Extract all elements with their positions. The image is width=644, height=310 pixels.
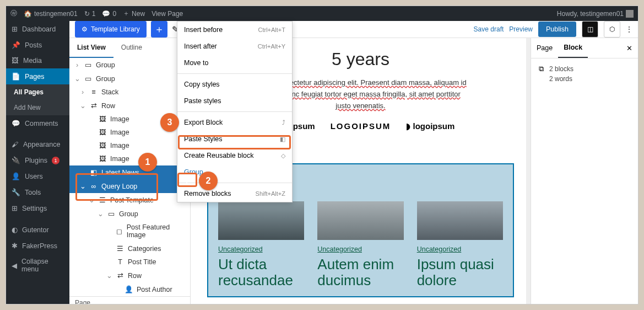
list-view-panel: List View Outline ›▭Group ⌄▭Group ›≡Stac… <box>69 38 191 304</box>
annotation-circle-2: 2 <box>199 172 218 190</box>
wp-logo[interactable]: ⓦ <box>10 9 17 18</box>
menu-paste-styles-2[interactable]: Paste Styles◧ <box>177 131 292 147</box>
publish-button[interactable]: Publish <box>538 22 576 37</box>
post-image <box>317 201 403 240</box>
canvas-scrollbar[interactable] <box>526 38 531 304</box>
annotation-circle-3: 3 <box>160 113 179 132</box>
save-draft[interactable]: Save draft <box>474 25 504 33</box>
sidebar-pages[interactable]: 📄 Pages <box>6 68 69 84</box>
sidebar-comments[interactable]: 💬 Comments <box>6 115 69 131</box>
post-card[interactable]: Uncategorized Ut dicta recusandae <box>218 201 304 288</box>
menu-insert-after[interactable]: Insert afterCtrl+Alt+Y <box>177 38 292 55</box>
add-block-button[interactable]: ＋ <box>151 21 167 38</box>
tab-page[interactable]: Page <box>531 39 558 57</box>
viewpage-link[interactable]: View Page <box>151 10 183 18</box>
post-card[interactable]: Uncategorized Autem enim ducimus <box>317 201 403 288</box>
menu-export-block[interactable]: Export Block⤴ <box>177 114 292 131</box>
menu-insert-before[interactable]: Insert beforeCtrl+Alt+T <box>177 22 292 38</box>
settings-panel-toggle[interactable]: ◫ <box>582 21 598 38</box>
sidebar-plugins[interactable]: 🔌 Plugins 1 <box>6 152 69 168</box>
post-card[interactable]: Uncategorized Ipsum quasi dolore <box>417 201 503 288</box>
block-count: 2 blocks <box>549 65 573 73</box>
tree-categories[interactable]: ☰Categories <box>69 242 190 255</box>
block-tree: ›▭Group ⌄▭Group ›≡Stack ⌄⇄Row 🖼Image 🖼Im… <box>69 58 190 296</box>
tree-post-title[interactable]: TPost Title <box>69 255 190 269</box>
admin-sidebar: ⊞ Dashboard 📌 Posts 🖾 Media 📄 Pages All … <box>6 21 69 304</box>
sidebar-gutentor[interactable]: ◐ Gutentor <box>6 222 69 238</box>
menu-group[interactable]: Group <box>177 164 292 180</box>
new-link[interactable]: ＋ New <box>123 9 145 18</box>
more-options[interactable]: ⋮ <box>626 25 632 33</box>
tree-post-template[interactable]: ⌄☰Post Template <box>69 193 190 207</box>
post-image <box>218 201 304 240</box>
sidebar-allpages[interactable]: All Pages <box>6 84 69 100</box>
sidebar-settings[interactable]: ⊞ Settings <box>6 200 69 216</box>
tree-row[interactable]: ⌄⇄Row <box>69 269 190 282</box>
post-category[interactable]: Uncategorized <box>417 245 503 253</box>
tab-outline[interactable]: Outline <box>113 38 150 58</box>
editor-toolbar: ⚙ Template Library ＋ ✎ Save draft Previe… <box>69 21 638 38</box>
tree-query-loop[interactable]: ⌄∞Query Loop <box>69 179 190 193</box>
close-panel[interactable]: ✕ <box>621 39 638 58</box>
tab-block[interactable]: Block <box>558 38 588 58</box>
settings-panel: Page Block ✕ ⧉ 2 blocks 2 words <box>531 38 638 304</box>
updates-link[interactable]: ↻ 1 <box>84 10 96 18</box>
sidebar-addnew[interactable]: Add New <box>6 100 69 115</box>
tree-group[interactable]: ⌄▭Group <box>69 207 190 221</box>
menu-paste-styles[interactable]: Paste styles <box>177 93 292 109</box>
tree-latest-news[interactable]: ◧Latest News <box>69 165 190 179</box>
menu-create-reusable[interactable]: Create Reusable block◇ <box>177 147 292 164</box>
sidebar-collapse[interactable]: ◀ Collapse menu <box>6 254 69 277</box>
comments-link[interactable]: 💬 0 <box>102 10 116 18</box>
adminbar: ⓦ 🏠 testingemen01 ↻ 1 💬 0 ＋ New View Pag… <box>6 6 638 21</box>
tree-group[interactable]: ›▭Group <box>69 58 190 72</box>
logo-2: LOGOIPSUM <box>331 121 391 131</box>
tree-featured-image[interactable]: ◻Post Featured Image <box>69 221 190 242</box>
tree-image[interactable]: 🖼Image <box>69 152 190 165</box>
sidebar-fakerpress[interactable]: ✱ FakerPress <box>6 238 69 254</box>
post-image <box>417 201 503 240</box>
listview-footer: Page <box>69 296 190 304</box>
word-count: 2 words <box>549 75 573 83</box>
template-library-button[interactable]: ⚙ Template Library <box>75 21 147 38</box>
post-title[interactable]: Ut dicta recusandae <box>218 256 304 288</box>
tree-stack[interactable]: ›≡Stack <box>69 85 190 99</box>
sidebar-media[interactable]: 🖾 Media <box>6 53 69 68</box>
gear-button[interactable]: ⬡ <box>604 21 620 38</box>
logo-3: ◗ logoipsum <box>406 121 454 131</box>
sidebar-tools[interactable]: 🔧 Tools <box>6 184 69 200</box>
block-options-button[interactable]: ⋮ <box>182 174 191 185</box>
sidebar-users[interactable]: 👤 Users <box>6 168 69 184</box>
sidebar-appearance[interactable]: 🖌 Appearance <box>6 137 69 152</box>
post-category[interactable]: Uncategorized <box>317 245 403 253</box>
list-tabs: List View Outline <box>69 38 190 58</box>
howdy[interactable]: Howdy, testingemen01 <box>557 10 634 18</box>
site-link[interactable]: 🏠 testingemen01 <box>24 10 78 18</box>
copy-icon: ⧉ <box>539 65 544 83</box>
menu-move-to[interactable]: Move to <box>177 55 292 71</box>
tree-post-author[interactable]: 👤Post Author <box>69 282 190 296</box>
block-context-menu: Insert beforeCtrl+Alt+T Insert afterCtrl… <box>177 21 293 202</box>
sidebar-posts[interactable]: 📌 Posts <box>6 37 69 53</box>
tree-image[interactable]: 🖼Image <box>69 139 190 152</box>
annotation-circle-1: 1 <box>138 153 157 172</box>
menu-remove-blocks[interactable]: Remove blocksShift+Alt+Z <box>177 185 292 202</box>
preview[interactable]: Preview <box>509 25 533 33</box>
tree-group[interactable]: ⌄▭Group <box>69 72 190 85</box>
post-title[interactable]: Ipsum quasi dolore <box>417 256 503 288</box>
post-title[interactable]: Autem enim ducimus <box>317 256 403 288</box>
sidebar-dashboard[interactable]: ⊞ Dashboard <box>6 21 69 37</box>
menu-copy-styles[interactable]: Copy styles <box>177 76 292 93</box>
post-category[interactable]: Uncategorized <box>218 245 304 253</box>
tree-row[interactable]: ⌄⇄Row <box>69 99 190 113</box>
tab-listview[interactable]: List View <box>69 38 113 58</box>
